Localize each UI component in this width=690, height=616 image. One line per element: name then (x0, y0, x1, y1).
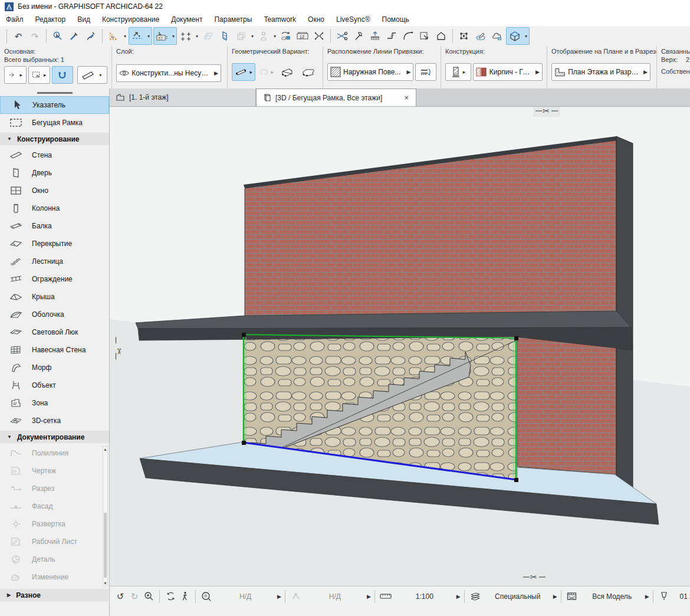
menu-edit[interactable]: Редактор (29, 14, 72, 25)
ghost-figure-dropdown[interactable]: ▾ (272, 34, 278, 39)
suspend-groups-button[interactable] (52, 66, 73, 84)
cutting-plane-scissors-left[interactable]: ✂ (110, 335, 124, 362)
building-material-button[interactable]: Кирпич - Глин... ▶ (473, 63, 543, 81)
menu-view[interactable]: Вид (71, 14, 96, 25)
tool-curtain-wall[interactable]: Навесная Стена (0, 341, 109, 359)
tool-elevation[interactable]: Фасад (0, 497, 109, 515)
reference-line-selector-button[interactable]: Наружная Пове... ▶ (327, 63, 413, 81)
skewed-grid-button[interactable] (200, 28, 216, 44)
copies-dropdown[interactable]: ▾ (249, 34, 255, 39)
toolbox-section-design[interactable]: ▼ Конструирование (0, 133, 109, 145)
marquee-method-button[interactable]: ▸ (28, 66, 51, 84)
menu-document[interactable]: Документ (165, 14, 208, 25)
split-button[interactable] (334, 28, 350, 44)
tool-worksheet[interactable]: Рабочий Лист (0, 533, 109, 551)
tool-object[interactable]: Объект (0, 376, 109, 394)
3d-cutaway-button[interactable] (507, 28, 523, 44)
tool-interior-elevation[interactable]: Развертка (0, 515, 109, 533)
geometry-straight-wall-button[interactable]: ▸ (232, 63, 255, 81)
tool-door[interactable]: Дверь (0, 164, 109, 182)
orbit-button[interactable] (163, 589, 178, 604)
geometry-trapezoid-wall-button[interactable] (278, 63, 297, 81)
adjust-button[interactable] (350, 28, 367, 44)
scroll-up-icon[interactable]: ▲ (103, 447, 107, 451)
cloud-notes-button[interactable] (489, 28, 505, 44)
ghost-figure-button[interactable] (255, 28, 272, 44)
dimensions-button[interactable]: 12 (294, 28, 311, 44)
toolbox-section-document[interactable]: ▼ Документирование (0, 431, 109, 443)
coordinates-dropdown[interactable]: ▾ (170, 34, 176, 39)
snap-grid-dropdown[interactable]: ▾ (194, 34, 200, 39)
arrow-tool-button[interactable]: ▸ (4, 66, 27, 84)
tool-skylight[interactable]: Световой Люк (0, 323, 109, 341)
base-level-button[interactable] (433, 28, 449, 44)
transfer-settings-button[interactable] (278, 28, 294, 44)
toolbox-drag-handle[interactable] (37, 92, 73, 94)
scroll-down-icon[interactable]: ▼ (103, 581, 107, 585)
snap-guides-dropdown[interactable]: ▾ (146, 34, 152, 39)
tab-close-icon[interactable]: × (403, 93, 410, 102)
menu-file[interactable]: Файл (0, 14, 29, 25)
layer-selector-button[interactable]: Конструкти...ны Несущие ▶ (116, 64, 221, 82)
trim-button[interactable] (383, 28, 400, 44)
fillet-button[interactable] (400, 28, 416, 44)
toolbox-scrollbar[interactable]: ▲ ▼ (103, 446, 108, 586)
scrollbar-thumb[interactable] (104, 513, 107, 578)
menu-teamwork[interactable]: Teamwork (258, 14, 302, 25)
3d-cutaway-dropdown[interactable]: ▾ (523, 34, 529, 39)
tool-zone[interactable]: Зона (0, 394, 109, 412)
zoom-preset-combo[interactable]: Н/Д ▶ (213, 592, 281, 601)
tool-roof[interactable]: Крыша (0, 288, 109, 306)
transform-button[interactable] (456, 28, 472, 44)
wall-tool-selector-button[interactable]: ▾ (77, 66, 107, 84)
tool-morph[interactable]: Морф (0, 359, 109, 376)
pen-set-button[interactable] (657, 589, 671, 604)
copies-button[interactable] (233, 28, 249, 44)
layer-combination-button[interactable] (468, 589, 482, 604)
view-back-button[interactable]: ↺ (113, 589, 127, 604)
flip-reference-button[interactable] (415, 63, 436, 81)
tool-marquee[interactable]: Бегущая Рамка (0, 114, 109, 132)
structure-type-button[interactable]: ▸ (445, 63, 471, 81)
undo-button[interactable]: ↶ (10, 28, 27, 44)
scale-button[interactable] (379, 589, 393, 604)
3d-cutting-planes-button[interactable] (311, 28, 327, 44)
menu-options[interactable]: Параметры (208, 14, 258, 25)
inject-parameters-button[interactable] (83, 28, 99, 44)
fit-in-window-button[interactable] (199, 589, 213, 604)
cutting-plane-scissors-bottom[interactable]: ✂ (521, 571, 548, 583)
gravity-button[interactable] (367, 28, 383, 44)
pen-set-combo[interactable]: 01 Архитектурн... ▶ (671, 592, 690, 601)
snap-grid-button[interactable] (178, 28, 194, 44)
view-forward-button[interactable]: ↻ (127, 589, 142, 604)
tool-stair[interactable]: Лестница (0, 253, 109, 270)
geometry-curved-wall-button[interactable]: ▸ (257, 63, 277, 81)
pick-up-parameters-button[interactable] (66, 28, 83, 44)
snap-guides-button[interactable] (129, 28, 146, 44)
find-select-button[interactable] (50, 28, 66, 44)
editing-plane-button[interactable] (216, 28, 233, 44)
scale-combo[interactable]: 1:100 ▶ (393, 592, 461, 601)
plan-display-selector-button[interactable]: План Этажа и Разрез... ▶ (551, 63, 650, 81)
tool-drawing[interactable]: Чертеж (0, 462, 109, 480)
tab-3d-view[interactable]: [3D / Бегущая Рамка, Все этажи] × (256, 89, 416, 106)
tool-railing[interactable]: Ограждение (0, 270, 109, 288)
3d-viewport[interactable]: ✂ ✂ ✂ (110, 106, 690, 586)
layer-combination-combo[interactable]: Специальный ▶ (482, 592, 557, 601)
menu-livesync[interactable]: LiveSync® (330, 14, 376, 25)
tool-section[interactable]: Разрез (0, 480, 109, 497)
menu-window[interactable]: Окно (302, 14, 330, 25)
geometry-polygon-wall-button[interactable] (298, 63, 318, 81)
redo-button[interactable]: ↷ (27, 28, 43, 44)
menu-help[interactable]: Помощь (376, 14, 415, 25)
tool-column[interactable]: Колонна (0, 199, 109, 217)
walk-button[interactable] (178, 589, 192, 604)
tool-window[interactable]: Окно (0, 182, 109, 199)
tool-wall[interactable]: Стена (0, 146, 109, 164)
model-filter-button[interactable] (565, 589, 579, 604)
set-square-button[interactable] (106, 28, 122, 44)
tool-arrow[interactable]: Указатель (0, 96, 109, 114)
tool-beam[interactable]: Балка (0, 217, 109, 235)
tool-mesh[interactable]: 3D-сетка (0, 412, 109, 430)
orientation-button[interactable] (289, 589, 303, 604)
